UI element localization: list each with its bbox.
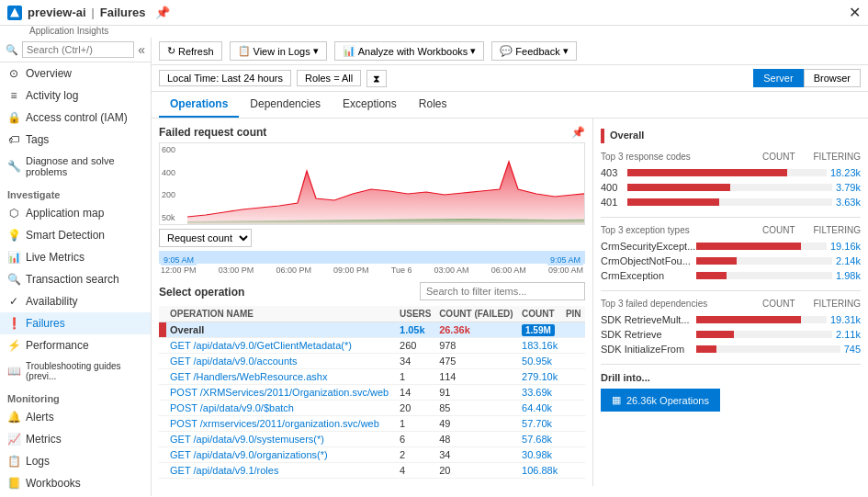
collapse-icon[interactable]: «: [138, 42, 145, 57]
refresh-label: Refresh: [178, 46, 214, 57]
sidebar-label-workbooks: Workbooks: [26, 477, 81, 490]
sidebar-item-overview[interactable]: ⊙ Overview: [0, 62, 151, 85]
funnel-icon: ⧗: [373, 73, 380, 85]
search-input[interactable]: [22, 41, 134, 58]
activitylog-icon: ≡: [7, 89, 20, 102]
dep-bar-3: [696, 345, 716, 353]
sidebar-label-alerts: Alerts: [26, 411, 54, 424]
col-count-failed: COUNT (FAILED): [435, 306, 518, 322]
sidebar-item-tags[interactable]: 🏷 Tags: [0, 129, 151, 151]
refresh-icon: ↻: [167, 45, 175, 57]
row-indicator-overall: [159, 322, 166, 338]
drill-into-label: Drill into...: [601, 372, 861, 383]
table-row[interactable]: GET /api/data/v9.0/accounts 34 475 50.95…: [159, 354, 585, 369]
exception-row-3[interactable]: CrmException 1.98k: [601, 268, 861, 283]
browser-toggle[interactable]: Browser: [804, 69, 861, 87]
table-row[interactable]: GET /api/data/v9.0/organizations(*) 2 34…: [159, 447, 585, 463]
chart-dropdown-container: Request count: [159, 229, 585, 247]
drill-operations-button[interactable]: ▦ 26.36k Operations: [601, 389, 720, 412]
col-filtering-label: FILTERING: [814, 152, 861, 162]
table-row[interactable]: POST /XRMServices/2011/Organization.svc/…: [159, 385, 585, 401]
sidebar-item-activitylog[interactable]: ≡ Activity log: [0, 85, 151, 107]
left-panel: Failed request count 📌 600 400 200 50k: [152, 119, 592, 486]
sidebar-item-failures[interactable]: ❗ Failures: [0, 312, 151, 334]
roles-filter[interactable]: Roles = All: [297, 70, 361, 86]
table-row[interactable]: GET /api/data/v9.1/roles 4 20 106.88k: [159, 463, 585, 479]
tab-dependencies[interactable]: Dependencies: [239, 92, 332, 118]
sidebar-item-livemetrics[interactable]: 📊 Live Metrics: [0, 246, 151, 268]
app-icon: [7, 6, 22, 20]
dep-bar-2: [696, 331, 734, 338]
funnel-filter-icon-btn[interactable]: ⧗: [366, 70, 387, 87]
chart-svg: [187, 143, 584, 224]
exc-col-filtering: FILTERING: [814, 225, 861, 235]
analyze-workbooks-button[interactable]: 📊 Analyze with Workbooks ▾: [334, 41, 485, 61]
timeline-start-label: 9:05 AM: [161, 254, 197, 265]
refresh-button[interactable]: ↻ Refresh: [159, 41, 222, 61]
overview-icon: ⊙: [7, 67, 20, 80]
sidebar-item-workbooks[interactable]: 📒 Workbooks: [0, 472, 151, 494]
overall-indicator: [601, 129, 604, 143]
dep-row-2[interactable]: SDK Retrieve 2.11k: [601, 327, 861, 342]
table-row[interactable]: GET /api/data/v9.0/systemusers(*) 6 48 5…: [159, 432, 585, 447]
chart-metric-select[interactable]: Request count: [159, 229, 252, 247]
response-row-400[interactable]: 400 3.79k: [601, 180, 861, 195]
dep-row-1[interactable]: SDK RetrieveMult... 19.31k: [601, 312, 861, 327]
sidebar-item-alerts[interactable]: 🔔 Alerts: [0, 406, 151, 428]
pin-icon[interactable]: 📌: [155, 6, 170, 19]
alerts-icon: 🔔: [7, 411, 20, 424]
operations-search[interactable]: [420, 282, 585, 300]
pin-chart-icon[interactable]: 📌: [571, 126, 585, 139]
time-range-label: Local Time: Last 24 hours: [167, 73, 283, 84]
metrics-icon: 📈: [7, 433, 20, 446]
col-count-label: COUNT: [762, 152, 795, 162]
time-range-filter[interactable]: Local Time: Last 24 hours: [159, 70, 291, 86]
tab-operations[interactable]: Operations: [159, 92, 239, 118]
sidebar: 🔍 « ⊙ Overview ≡ Activity log 🔒 Access c…: [0, 38, 152, 496]
top3-response-codes: Top 3 response codes COUNT FILTERING 403…: [601, 152, 861, 209]
timeline-bar: 9:05 AM 9:05 AM: [159, 251, 585, 264]
row-indicator: [159, 369, 166, 385]
op-name: GET /Handlers/WebResource.ashx: [166, 369, 396, 385]
row-indicator: [159, 401, 166, 416]
sidebar-item-availability[interactable]: ✓ Availability: [0, 290, 151, 312]
op-name: GET /api/data/v9.0/organizations(*): [166, 447, 396, 463]
table-row[interactable]: POST /xrmservices/2011/organization.svc/…: [159, 416, 585, 432]
chevron-down-icon: ▾: [313, 45, 319, 57]
response-row-403[interactable]: 403 18.23k: [601, 165, 861, 180]
top3-failed-deps: Top 3 failed dependencies COUNT FILTERIN…: [601, 299, 861, 356]
exc-bar-1: [696, 243, 801, 250]
op-name: POST /api/data/v9.0/$batch: [166, 401, 396, 416]
tab-roles[interactable]: Roles: [408, 92, 458, 118]
sidebar-section-investigate: Investigate: [0, 182, 151, 202]
divider-2: [601, 290, 861, 291]
sidebar-item-transactionsearch[interactable]: 🔍 Transaction search: [0, 268, 151, 290]
exc-col-count: COUNT: [762, 225, 795, 235]
table-row[interactable]: POST /api/data/v9.0/$batch 20 85 64.40k: [159, 401, 585, 416]
sidebar-item-appmap[interactable]: ⬡ Application map: [0, 202, 151, 224]
dep-row-3[interactable]: SDK InitializeFrom 745: [601, 342, 861, 356]
response-row-401[interactable]: 401 3.63k: [601, 195, 861, 209]
view-in-logs-button[interactable]: 📋 View in Logs ▾: [230, 41, 327, 61]
sidebar-item-logs[interactable]: 📋 Logs: [0, 450, 151, 472]
operations-section-title: Select operation: [159, 286, 244, 299]
server-toggle[interactable]: Server: [753, 69, 803, 87]
sidebar-item-performance[interactable]: ⚡ Performance: [0, 334, 151, 356]
exception-row-2[interactable]: CrmObjectNotFou... 2.14k: [601, 254, 861, 268]
col-pin: PIN: [562, 306, 585, 322]
close-button[interactable]: ✕: [849, 4, 861, 21]
table-row[interactable]: GET /Handlers/WebResource.ashx 1 114 279…: [159, 369, 585, 385]
sidebar-section-usage: Usage: [0, 494, 151, 496]
feedback-button[interactable]: 💬 Feedback ▾: [491, 41, 576, 61]
sidebar-item-diagnose[interactable]: 🔧 Diagnose and solve problems: [0, 151, 151, 182]
op-name: POST /xrmservices/2011/organization.svc/…: [166, 416, 396, 432]
sidebar-item-smartdetection[interactable]: 💡 Smart Detection: [0, 224, 151, 246]
sidebar-item-metrics[interactable]: 📈 Metrics: [0, 428, 151, 450]
table-row[interactable]: GET /api/data/v9.0/GetClientMetadata(*) …: [159, 338, 585, 354]
tab-exceptions[interactable]: Exceptions: [332, 92, 408, 118]
exception-row-1[interactable]: CrmSecurityExcept... 19.16k: [601, 239, 861, 254]
sidebar-item-iam[interactable]: 🔒 Access control (IAM): [0, 107, 151, 129]
overall-users: 1.05k: [396, 322, 435, 338]
sidebar-item-troubleshooting[interactable]: 📖 Troubleshooting guides (previ...: [0, 356, 151, 386]
table-row-overall[interactable]: Overall 1.05k 26.36k 1.59M: [159, 322, 585, 338]
